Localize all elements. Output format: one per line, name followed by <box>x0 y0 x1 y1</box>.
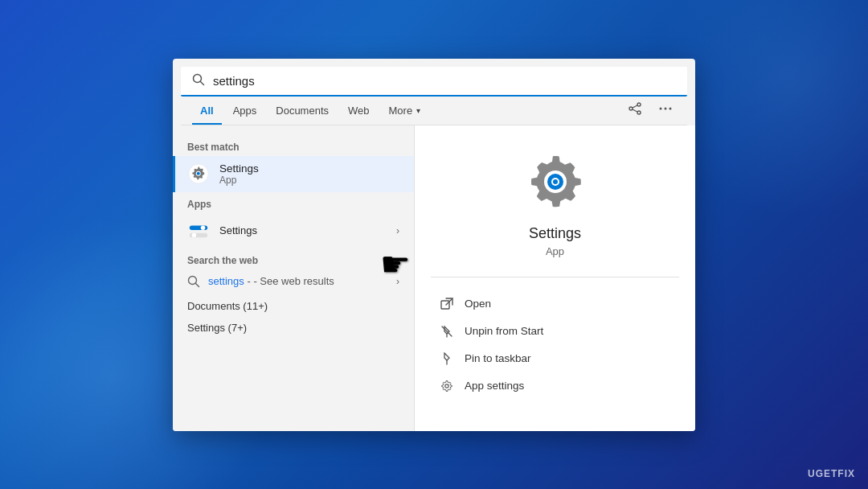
svg-point-28 <box>445 384 448 387</box>
web-result-text: settings - - See web results <box>208 275 396 287</box>
svg-rect-23 <box>441 301 449 309</box>
open-action[interactable]: Open <box>431 290 679 318</box>
best-match-item[interactable]: Settings App <box>173 156 414 192</box>
apps-settings-title: Settings <box>219 224 396 236</box>
unpin-icon <box>439 323 455 339</box>
best-match-label: Best match <box>173 135 414 156</box>
settings-app-icon <box>187 162 210 185</box>
svg-point-12 <box>197 172 200 175</box>
svg-point-8 <box>665 108 667 110</box>
best-match-subtitle: App <box>219 175 399 186</box>
svg-point-3 <box>629 107 633 110</box>
svg-point-14 <box>201 225 206 230</box>
apps-settings-item[interactable]: Settings › <box>173 213 414 249</box>
tab-more[interactable]: More ▾ <box>381 97 429 125</box>
svg-line-6 <box>633 109 637 112</box>
apps-section-label: Apps <box>173 192 414 213</box>
divider <box>431 277 679 277</box>
search-input[interactable]: settings <box>213 74 676 88</box>
web-result-arrow: › <box>396 276 399 287</box>
share-icon[interactable] <box>624 98 645 122</box>
tab-documents[interactable]: Documents <box>268 97 337 125</box>
chevron-down-icon: ▾ <box>416 106 420 115</box>
search-panel: settings All Apps Documents Web More ▾ <box>173 59 695 431</box>
unpin-label: Unpin from Start <box>465 325 543 337</box>
open-label: Open <box>465 298 491 310</box>
settings-label: Settings (7+) <box>187 322 399 334</box>
search-web-label: Search the web <box>173 249 414 269</box>
best-match-title: Settings <box>219 162 399 175</box>
pin-label: Pin to taskbar <box>465 352 531 364</box>
left-panel: Best match Settings App <box>173 125 414 431</box>
documents-section[interactable]: Documents (11+) <box>173 294 414 315</box>
web-result-item[interactable]: settings - - See web results › <box>173 269 414 294</box>
right-panel: Settings App Open <box>414 125 695 431</box>
svg-point-4 <box>637 111 641 114</box>
svg-point-22 <box>553 179 558 184</box>
apps-settings-arrow: › <box>396 225 399 236</box>
external-link-icon <box>439 296 455 312</box>
svg-line-5 <box>633 105 637 108</box>
app-settings-label: App settings <box>465 380 524 392</box>
svg-point-9 <box>669 108 672 110</box>
app-type-large: App <box>546 245 564 257</box>
search-bar[interactable]: settings <box>181 67 687 97</box>
search-icon <box>192 73 205 88</box>
documents-label: Documents (11+) <box>187 300 399 312</box>
web-search-icon <box>187 275 200 288</box>
svg-line-18 <box>196 283 199 286</box>
svg-point-2 <box>637 103 641 106</box>
tabs-left: All Apps Documents Web More ▾ <box>192 97 428 125</box>
app-settings-action[interactable]: App settings <box>431 372 679 400</box>
main-content: Best match Settings App <box>173 125 695 431</box>
svg-point-17 <box>189 276 197 284</box>
settings-section[interactable]: Settings (7+) <box>173 315 414 337</box>
app-name-large: Settings <box>529 225 581 242</box>
tabs-row: All Apps Documents Web More ▾ <box>181 97 687 125</box>
watermark: UGETFIX <box>808 468 855 479</box>
apps-settings-text: Settings <box>219 224 396 236</box>
apps-settings-icon <box>187 220 210 242</box>
svg-point-7 <box>660 108 662 110</box>
more-options-icon[interactable] <box>655 98 676 122</box>
tabs-right <box>624 98 676 122</box>
unpin-action[interactable]: Unpin from Start <box>431 318 679 345</box>
gear-icon <box>439 378 455 394</box>
best-match-text: Settings App <box>219 162 399 186</box>
pin-action[interactable]: Pin to taskbar <box>431 345 679 372</box>
tab-web[interactable]: Web <box>340 97 378 125</box>
svg-line-1 <box>201 81 204 84</box>
settings-large-icon <box>523 150 588 214</box>
svg-point-16 <box>192 232 197 237</box>
tab-all[interactable]: All <box>192 97 222 125</box>
tab-apps[interactable]: Apps <box>225 97 265 125</box>
pin-icon <box>439 351 455 367</box>
